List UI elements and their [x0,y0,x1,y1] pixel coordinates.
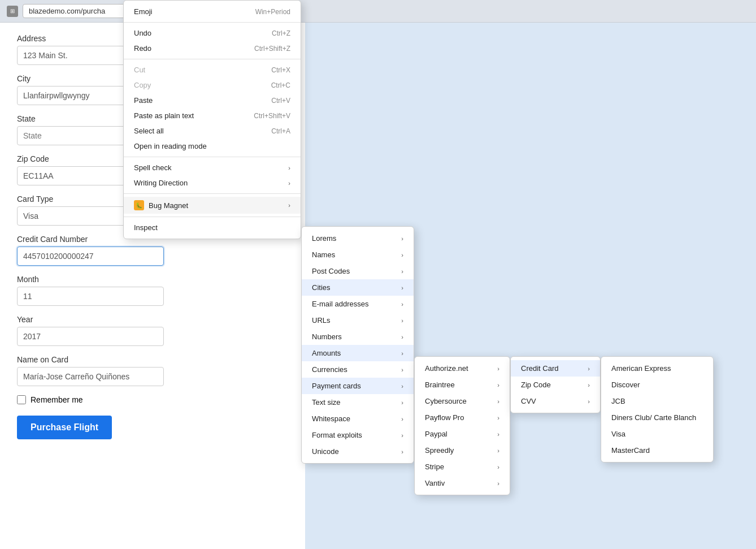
sub-braintree-arrow: › [497,382,499,388]
year-input[interactable] [17,327,164,346]
month-field-group: Month [17,275,288,306]
sub-lorems[interactable]: Lorems › [302,230,414,247]
sub-credit-card[interactable]: Credit Card › [511,360,600,377]
sub-postcodes[interactable]: Post Codes › [302,263,414,279]
year-field-group: Year [17,315,288,346]
remember-row: Remember me [17,395,288,404]
sub-credit-card-label: Credit Card [521,364,558,373]
ctx-paste-plain[interactable]: Paste as plain text Ctrl+Shift+V [124,108,301,123]
purchase-flight-button[interactable]: Purchase Flight [17,416,112,439]
sub-payflow-arrow: › [497,414,499,421]
name-label: Name on Card [17,355,288,364]
sub-vantiv-arrow: › [497,480,499,487]
sub-braintree[interactable]: Braintree › [415,377,510,393]
sub-lorems-arrow: › [401,235,403,242]
sub-numbers-arrow: › [401,334,403,340]
ctx-bugmagnet-arrow: › [288,202,290,209]
sub-currencies[interactable]: Currencies › [302,361,414,378]
ctx-select-all-label: Select all [134,127,164,135]
ctx-cut[interactable]: Cut Ctrl+X [124,62,301,77]
browser-icon: ⊞ [7,6,18,17]
sub-payflow-label: Payflow Pro [425,413,464,422]
ctx-spell-check[interactable]: Spell check › [124,160,301,175]
sub-credit-card-arrow: › [588,365,590,372]
sub-cvv[interactable]: CVV › [511,393,600,409]
sub-stripe[interactable]: Stripe › [415,459,510,475]
ctx-paste-plain-shortcut: Ctrl+Shift+V [254,112,290,120]
sub-names-arrow: › [401,252,403,258]
sub-text-size[interactable]: Text size › [302,394,414,410]
cc-number-input[interactable] [17,247,164,266]
ctx-bugmagnet-label: Bug Magnet [149,201,188,210]
sub-jcb[interactable]: JCB [601,393,713,409]
ctx-reading-mode[interactable]: Open in reading mode [124,139,301,154]
sub-currencies-arrow: › [401,366,403,373]
sub-zip-code[interactable]: Zip Code › [511,377,600,393]
ctx-inspect[interactable]: Inspect [124,220,301,235]
sub-mastercard[interactable]: MasterCard [601,442,713,459]
sub-amounts[interactable]: Amounts › [302,345,414,361]
sub-cvv-arrow: › [588,398,590,405]
sub-whitespace[interactable]: Whitespace › [302,410,414,427]
sub-cybersource-label: Cybersource [425,397,467,405]
ctx-bugmagnet[interactable]: 🐛 Bug Magnet › [124,197,301,214]
ctx-emoji[interactable]: Emoji Win+Period [124,4,301,19]
ctx-writing-direction-label: Writing Direction [134,179,188,187]
sub-authorize[interactable]: Authorize.net › [415,360,510,377]
bugmagnet-submenu: Lorems › Names › Post Codes › Cities › E… [301,226,414,464]
sub-diners[interactable]: Diners Club/ Carte Blanch [601,409,713,426]
ctx-sep-5 [124,217,301,217]
cc-number-field-group: Credit Card Number [17,235,288,266]
name-input[interactable] [17,367,164,386]
ctx-sep-4 [124,193,301,194]
sub-email[interactable]: E-mail addresses › [302,296,414,312]
sub-amex[interactable]: American Express [601,360,713,377]
ctx-redo-shortcut: Ctrl+Shift+Z [254,45,290,53]
sub-discover[interactable]: Discover [601,377,713,393]
sub-cvv-label: CVV [521,397,536,405]
sub-cybersource[interactable]: Cybersource › [415,393,510,409]
ctx-inspect-label: Inspect [134,223,158,232]
sub-spreedly[interactable]: Spreedly › [415,442,510,459]
sub-paypal[interactable]: Paypal › [415,426,510,442]
sub-payment-cards[interactable]: Payment cards › [302,378,414,394]
sub-vantiv-label: Vantiv [425,479,445,487]
ctx-paste-label: Paste [134,96,153,105]
sub-zip-code-label: Zip Code [521,381,551,389]
ctx-select-all-shortcut: Ctrl+A [271,127,290,135]
sub-visa[interactable]: Visa [601,426,713,442]
sub-urls[interactable]: URLs › [302,312,414,328]
ctx-sep-3 [124,157,301,157]
ctx-sep-2 [124,59,301,59]
month-input[interactable] [17,287,164,306]
browser-bar: ⊞ blazedemo.com/purcha [0,0,756,23]
ctx-select-all[interactable]: Select all Ctrl+A [124,123,301,139]
sub-cities[interactable]: Cities › [302,279,414,296]
remember-label: Remember me [31,395,83,404]
ctx-redo-label: Redo [134,44,151,53]
sub-unicode[interactable]: Unicode › [302,443,414,460]
sub-spreedly-arrow: › [497,447,499,454]
sub-vantiv[interactable]: Vantiv › [415,475,510,491]
sub-numbers[interactable]: Numbers › [302,328,414,345]
ctx-redo[interactable]: Redo Ctrl+Shift+Z [124,41,301,56]
sub-stripe-label: Stripe [425,462,444,471]
ctx-undo[interactable]: Undo Ctrl+Z [124,25,301,41]
sub-names[interactable]: Names › [302,247,414,263]
sub-payflow[interactable]: Payflow Pro › [415,409,510,426]
sub-urls-label: URLs [312,316,331,325]
sub-format-exploits[interactable]: Format exploits › [302,427,414,443]
ctx-spell-check-label: Spell check [134,163,171,172]
sub-names-label: Names [312,250,335,259]
ctx-writing-direction-arrow: › [288,180,290,187]
year-label: Year [17,315,288,324]
sub-braintree-label: Braintree [425,381,455,389]
sub-authorize-label: Authorize.net [425,364,468,373]
remember-checkbox[interactable] [17,395,26,404]
ctx-writing-direction[interactable]: Writing Direction › [124,175,301,191]
sub-mastercard-label: MasterCard [611,446,650,455]
ctx-paste[interactable]: Paste Ctrl+V [124,93,301,108]
ctx-copy-shortcut: Ctrl+C [271,81,290,89]
sub-numbers-label: Numbers [312,332,342,341]
ctx-copy[interactable]: Copy Ctrl+C [124,77,301,93]
